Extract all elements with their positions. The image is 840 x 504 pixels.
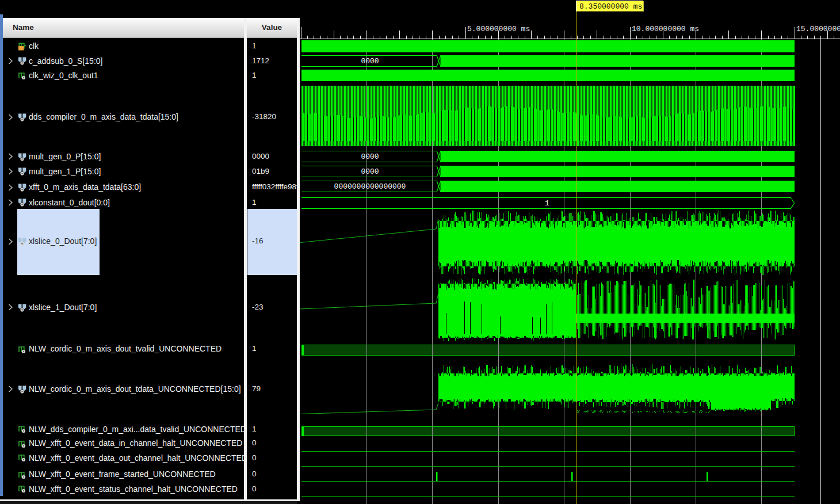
svg-text:0000: 0000 [361,152,379,161]
svg-text:15.000000000 ms: 15.000000000 ms [796,25,840,33]
svg-text:0000: 0000 [361,57,379,66]
svg-text:5.000000000 ms: 5.000000000 ms [467,25,530,33]
svg-text:8.350000000 ms: 8.350000000 ms [579,2,642,11]
svg-text:10.000000000 ms: 10.000000000 ms [632,25,699,33]
svg-text:0000000000000000: 0000000000000000 [334,182,406,191]
svg-text:0000: 0000 [361,167,379,176]
svg-text:1: 1 [545,199,549,208]
